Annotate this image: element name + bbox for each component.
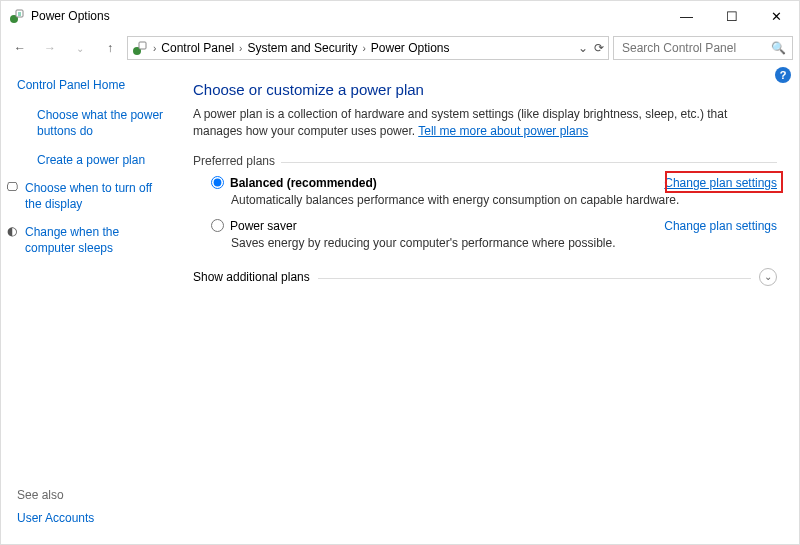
chevron-right-icon[interactable]: › bbox=[152, 43, 157, 54]
sidebar-control-panel-home[interactable]: Control Panel Home bbox=[17, 77, 171, 93]
close-button[interactable]: ✕ bbox=[754, 1, 799, 31]
forward-button[interactable]: → bbox=[37, 35, 63, 61]
divider bbox=[281, 162, 777, 163]
up-button[interactable]: ↑ bbox=[97, 35, 123, 61]
sidebar-item-label[interactable]: Change when the computer sleeps bbox=[25, 224, 171, 256]
expand-icon[interactable]: ⌄ bbox=[759, 268, 777, 286]
plan-name: Power saver bbox=[230, 219, 297, 233]
divider bbox=[318, 278, 751, 279]
see-also-label: See also bbox=[17, 488, 171, 502]
search-box[interactable]: 🔍 bbox=[613, 36, 793, 60]
change-plan-settings-power-saver[interactable]: Change plan settings bbox=[664, 219, 777, 233]
plan-power-saver: Power saver Change plan settings Saves e… bbox=[193, 215, 777, 258]
plan-description: Automatically balances performance with … bbox=[231, 193, 777, 207]
page-description: A power plan is a collection of hardware… bbox=[193, 106, 777, 140]
window-title: Power Options bbox=[31, 9, 664, 23]
plan-name: Balanced (recommended) bbox=[230, 176, 377, 190]
sidebar-item-turn-off-display[interactable]: 🖵 Choose when to turn off the display bbox=[5, 180, 171, 212]
plan-power-saver-radio[interactable]: Power saver bbox=[211, 219, 297, 233]
recent-dropdown[interactable]: ⌄ bbox=[67, 35, 93, 61]
maximize-button[interactable]: ☐ bbox=[709, 1, 754, 31]
plan-description: Saves energy by reducing your computer's… bbox=[231, 236, 777, 250]
main-panel: ? Choose or customize a power plan A pow… bbox=[179, 65, 799, 544]
preferred-plans-label: Preferred plans bbox=[193, 154, 275, 168]
sidebar-item-label[interactable]: Choose what the power buttons do bbox=[37, 107, 171, 139]
titlebar: Power Options — ☐ ✕ bbox=[1, 1, 799, 31]
sidebar-item-label[interactable]: Choose when to turn off the display bbox=[25, 180, 171, 212]
help-icon[interactable]: ? bbox=[775, 67, 791, 83]
change-plan-settings-balanced[interactable]: Change plan settings bbox=[664, 176, 777, 190]
sidebar-item-label[interactable]: Create a power plan bbox=[37, 152, 145, 168]
see-also-user-accounts[interactable]: User Accounts bbox=[17, 510, 171, 526]
address-icon bbox=[132, 40, 148, 56]
sidebar-item-power-buttons[interactable]: Choose what the power buttons do bbox=[17, 107, 171, 139]
sidebar-item-create-plan[interactable]: Create a power plan bbox=[17, 152, 171, 168]
address-dropdown-icon[interactable]: ⌄ bbox=[578, 41, 588, 55]
moon-icon: ◐ bbox=[5, 224, 19, 256]
svg-rect-3 bbox=[139, 42, 146, 49]
refresh-icon[interactable]: ⟳ bbox=[594, 41, 604, 55]
app-icon bbox=[9, 8, 25, 24]
chevron-right-icon[interactable]: › bbox=[238, 43, 243, 54]
chevron-right-icon[interactable]: › bbox=[361, 43, 366, 54]
plan-balanced: Balanced (recommended) Change plan setti… bbox=[193, 172, 777, 215]
learn-more-link[interactable]: Tell me more about power plans bbox=[418, 124, 588, 138]
back-button[interactable]: ← bbox=[7, 35, 33, 61]
sidebar-item-icon bbox=[17, 107, 31, 139]
sidebar-item-icon bbox=[17, 152, 31, 168]
sidebar-item-computer-sleeps[interactable]: ◐ Change when the computer sleeps bbox=[5, 224, 171, 256]
page-title: Choose or customize a power plan bbox=[193, 81, 777, 98]
search-icon[interactable]: 🔍 bbox=[771, 41, 786, 55]
breadcrumb-system-security[interactable]: System and Security bbox=[247, 41, 357, 55]
breadcrumb-power-options[interactable]: Power Options bbox=[371, 41, 450, 55]
toolbar: ← → ⌄ ↑ › Control Panel › System and Sec… bbox=[1, 31, 799, 65]
address-bar[interactable]: › Control Panel › System and Security › … bbox=[127, 36, 609, 60]
breadcrumb-control-panel[interactable]: Control Panel bbox=[161, 41, 234, 55]
display-icon: 🖵 bbox=[5, 180, 19, 212]
search-input[interactable] bbox=[620, 40, 760, 56]
radio-input[interactable] bbox=[211, 219, 224, 232]
minimize-button[interactable]: — bbox=[664, 1, 709, 31]
show-additional-plans-label[interactable]: Show additional plans bbox=[193, 270, 310, 284]
plan-balanced-radio[interactable]: Balanced (recommended) bbox=[211, 176, 377, 190]
sidebar: Control Panel Home Choose what the power… bbox=[1, 65, 179, 544]
radio-input[interactable] bbox=[211, 176, 224, 189]
